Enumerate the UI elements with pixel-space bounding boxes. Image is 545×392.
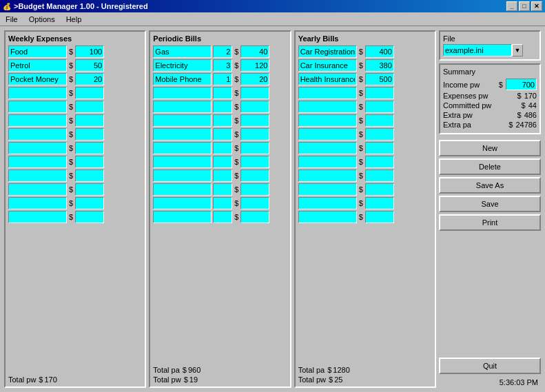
periodic-amount-2[interactable] <box>240 73 269 85</box>
yearly-amount-3[interactable] <box>365 87 394 99</box>
weekly-amount-2[interactable] <box>75 73 104 85</box>
periodic-freq-12[interactable] <box>213 211 232 223</box>
periodic-amount-12[interactable] <box>240 211 269 223</box>
weekly-name-7[interactable] <box>8 142 67 154</box>
weekly-name-3[interactable] <box>8 87 67 99</box>
periodic-freq-8[interactable] <box>213 156 232 168</box>
yearly-amount-1[interactable] <box>365 59 394 72</box>
close-button[interactable]: ✕ <box>531 1 542 11</box>
weekly-name-6[interactable] <box>8 128 67 141</box>
minimize-button[interactable]: _ <box>506 1 517 11</box>
yearly-amount-10[interactable] <box>365 183 394 196</box>
periodic-name-1[interactable] <box>153 59 212 72</box>
periodic-name-0[interactable] <box>153 45 212 58</box>
yearly-name-2[interactable] <box>298 73 357 85</box>
yearly-amount-8[interactable] <box>365 156 394 168</box>
weekly-amount-7[interactable] <box>75 142 104 154</box>
weekly-amount-6[interactable] <box>75 128 104 141</box>
delete-button[interactable]: Delete <box>439 158 541 175</box>
periodic-name-3[interactable] <box>153 87 212 99</box>
yearly-name-7[interactable] <box>298 142 357 154</box>
yearly-name-4[interactable] <box>298 101 357 113</box>
periodic-amount-1[interactable] <box>240 59 269 72</box>
weekly-amount-9[interactable] <box>75 169 104 182</box>
weekly-name-0[interactable] <box>8 45 67 58</box>
periodic-name-2[interactable] <box>153 73 212 85</box>
periodic-freq-4[interactable] <box>213 101 232 113</box>
periodic-amount-10[interactable] <box>240 183 269 196</box>
menu-options[interactable]: Options <box>26 14 58 24</box>
weekly-amount-0[interactable] <box>75 45 104 58</box>
weekly-amount-11[interactable] <box>75 197 104 209</box>
weekly-name-4[interactable] <box>8 101 67 113</box>
yearly-amount-7[interactable] <box>365 142 394 154</box>
save-as-button[interactable]: Save As <box>439 177 541 194</box>
maximize-button[interactable]: □ <box>519 1 530 11</box>
periodic-name-7[interactable] <box>153 142 212 154</box>
weekly-amount-3[interactable] <box>75 87 104 99</box>
periodic-name-6[interactable] <box>153 128 212 141</box>
yearly-name-1[interactable] <box>298 59 357 72</box>
periodic-name-8[interactable] <box>153 156 212 168</box>
yearly-amount-2[interactable] <box>365 73 394 85</box>
yearly-amount-11[interactable] <box>365 197 394 209</box>
weekly-amount-12[interactable] <box>75 211 104 223</box>
periodic-freq-11[interactable] <box>213 197 232 209</box>
periodic-freq-0[interactable] <box>213 45 232 58</box>
yearly-amount-6[interactable] <box>365 128 394 141</box>
weekly-amount-1[interactable] <box>75 59 104 72</box>
periodic-name-12[interactable] <box>153 211 212 223</box>
weekly-name-11[interactable] <box>8 197 67 209</box>
summary-value-0[interactable] <box>506 79 537 90</box>
new-button[interactable]: New <box>439 140 541 156</box>
yearly-name-0[interactable] <box>298 45 357 58</box>
save-button[interactable]: Save <box>439 196 541 212</box>
periodic-amount-3[interactable] <box>240 87 269 99</box>
periodic-freq-1[interactable] <box>213 59 232 72</box>
menu-help[interactable]: Help <box>63 14 85 24</box>
yearly-amount-5[interactable] <box>365 114 394 127</box>
yearly-name-3[interactable] <box>298 87 357 99</box>
periodic-freq-7[interactable] <box>213 142 232 154</box>
periodic-freq-10[interactable] <box>213 183 232 196</box>
weekly-name-10[interactable] <box>8 183 67 196</box>
periodic-amount-11[interactable] <box>240 197 269 209</box>
periodic-freq-5[interactable] <box>213 114 232 127</box>
weekly-amount-10[interactable] <box>75 183 104 196</box>
weekly-name-5[interactable] <box>8 114 67 127</box>
weekly-amount-8[interactable] <box>75 156 104 168</box>
periodic-freq-2[interactable] <box>213 73 232 85</box>
yearly-amount-12[interactable] <box>365 211 394 223</box>
periodic-freq-6[interactable] <box>213 128 232 141</box>
file-dropdown-button[interactable]: ▼ <box>512 44 523 56</box>
yearly-amount-4[interactable] <box>365 101 394 113</box>
yearly-name-9[interactable] <box>298 169 357 182</box>
periodic-amount-7[interactable] <box>240 142 269 154</box>
yearly-name-5[interactable] <box>298 114 357 127</box>
yearly-name-8[interactable] <box>298 156 357 168</box>
periodic-amount-6[interactable] <box>240 128 269 141</box>
periodic-name-4[interactable] <box>153 101 212 113</box>
periodic-amount-9[interactable] <box>240 169 269 182</box>
periodic-name-5[interactable] <box>153 114 212 127</box>
weekly-name-2[interactable] <box>8 73 67 85</box>
periodic-amount-4[interactable] <box>240 101 269 113</box>
yearly-amount-0[interactable] <box>365 45 394 58</box>
weekly-name-12[interactable] <box>8 211 67 223</box>
yearly-name-6[interactable] <box>298 128 357 141</box>
menu-file[interactable]: File <box>3 14 21 24</box>
file-input[interactable] <box>443 44 512 56</box>
periodic-amount-0[interactable] <box>240 45 269 58</box>
periodic-name-10[interactable] <box>153 183 212 196</box>
periodic-freq-3[interactable] <box>213 87 232 99</box>
yearly-amount-9[interactable] <box>365 169 394 182</box>
weekly-amount-4[interactable] <box>75 101 104 113</box>
weekly-name-1[interactable] <box>8 59 67 72</box>
weekly-name-9[interactable] <box>8 169 67 182</box>
quit-button[interactable]: Quit <box>439 358 541 374</box>
periodic-name-9[interactable] <box>153 169 212 182</box>
periodic-name-11[interactable] <box>153 197 212 209</box>
yearly-name-12[interactable] <box>298 211 357 223</box>
weekly-name-8[interactable] <box>8 156 67 168</box>
print-button[interactable]: Print <box>439 214 541 231</box>
